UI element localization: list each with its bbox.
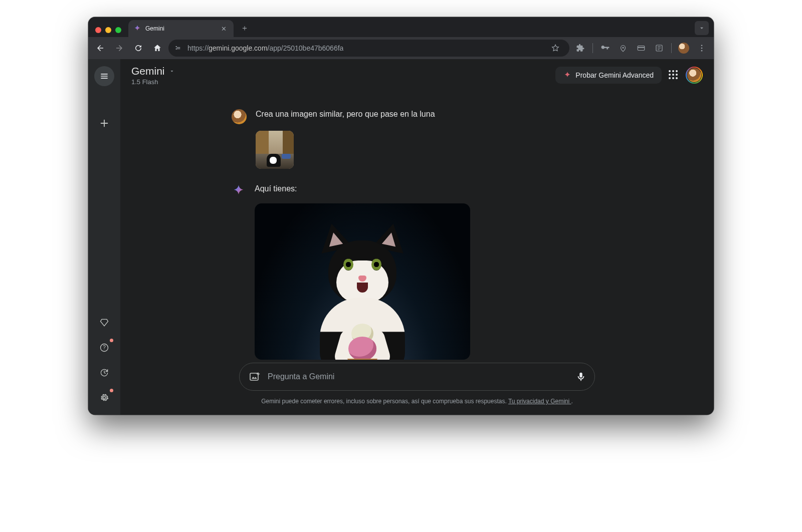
history-icon [99, 368, 109, 378]
chrome-window: Gemini ✕ ＋ https://gemini.google.com/app… [88, 17, 714, 415]
home-icon [153, 44, 162, 53]
payments-button[interactable] [633, 40, 649, 56]
svg-point-0 [623, 47, 624, 49]
apps-grid-icon [669, 70, 679, 80]
bookmark-button[interactable] [547, 40, 563, 56]
avatar-icon [687, 68, 701, 82]
separator [592, 43, 593, 53]
back-button[interactable] [92, 40, 108, 56]
model-version: 1.5 Flash [131, 78, 175, 86]
svg-point-6 [701, 50, 703, 52]
input-area: Gemini puede cometer errores, incluso so… [120, 363, 714, 415]
reload-button[interactable] [130, 40, 146, 56]
user-message: Crea una imagen similar, pero que pase e… [232, 108, 603, 169]
gemini-spark-icon [133, 25, 141, 33]
main-panel: Gemini 1.5 Flash Probar Gemini Advanced [120, 59, 714, 415]
arrow-right-icon [115, 44, 124, 53]
close-tab-button[interactable]: ✕ [219, 23, 229, 35]
minimize-window-button[interactable] [105, 27, 111, 33]
svg-point-5 [701, 48, 703, 49]
location-icon [619, 44, 628, 53]
add-image-icon[interactable] [249, 371, 261, 383]
gear-icon [99, 393, 109, 403]
star-icon [551, 44, 560, 53]
prompt-input[interactable] [268, 372, 568, 381]
model-selector[interactable]: Gemini [131, 65, 175, 77]
privacy-link[interactable]: Tu privacidad y Gemini [508, 398, 571, 405]
tab-title: Gemini [145, 25, 164, 32]
gemini-avatar-icon [232, 184, 246, 198]
google-apps-button[interactable] [669, 70, 679, 80]
location-button[interactable] [615, 40, 631, 56]
url-text: https://gemini.google.com/app/25010be47b… [187, 44, 343, 52]
generated-image[interactable] [255, 203, 470, 360]
svg-rect-1 [638, 46, 645, 51]
separator [671, 43, 672, 53]
svg-text:?: ? [103, 345, 106, 350]
avatar-icon [678, 43, 689, 54]
new-chat-button[interactable] [94, 113, 114, 133]
key-icon [600, 43, 610, 53]
settings-button[interactable] [94, 388, 114, 408]
passwords-button[interactable] [597, 40, 613, 56]
svg-point-9 [103, 397, 106, 399]
try-advanced-button[interactable]: Probar Gemini Advanced [555, 67, 662, 84]
app-header: Gemini 1.5 Flash Probar Gemini Advanced [120, 59, 714, 91]
chevron-down-icon [698, 25, 705, 32]
svg-rect-2 [638, 47, 645, 48]
cta-label: Probar Gemini Advanced [575, 71, 654, 79]
help-button[interactable]: ? [94, 338, 114, 358]
menu-button[interactable] [94, 66, 114, 86]
profile-button[interactable] [676, 40, 692, 56]
user-attached-image[interactable] [256, 131, 294, 169]
activity-button[interactable] [94, 363, 114, 383]
tab-strip: Gemini ✕ ＋ [88, 17, 714, 37]
user-prompt-text: Crea una imagen similar, pero que pase e… [256, 108, 435, 120]
assistant-message: Aquí tienes: [232, 183, 603, 360]
prompt-input-bar [239, 363, 595, 391]
account-button[interactable] [686, 67, 703, 84]
address-bar[interactable]: https://gemini.google.com/app/25010be47b… [168, 40, 569, 57]
chrome-menu-button[interactable] [694, 40, 710, 56]
hamburger-icon [99, 71, 109, 81]
gem-manager-button[interactable] [94, 313, 114, 333]
conversation: Crea una imagen similar, pero que pase e… [120, 91, 714, 363]
browser-toolbar: https://gemini.google.com/app/25010be47b… [88, 37, 714, 59]
puzzle-icon [576, 44, 585, 53]
user-avatar [232, 109, 247, 124]
traffic-lights [95, 27, 121, 33]
help-icon: ? [99, 343, 109, 353]
svg-point-4 [701, 45, 703, 46]
plus-icon [99, 118, 110, 129]
disclaimer-text: Gemini puede cometer errores, incluso so… [261, 398, 508, 405]
forward-button[interactable] [111, 40, 127, 56]
home-button[interactable] [149, 40, 165, 56]
caret-down-icon [169, 68, 175, 74]
assistant-intro-text: Aquí tienes: [255, 183, 470, 194]
reading-list-icon [655, 44, 664, 53]
side-rail: ? [88, 59, 120, 415]
tab-search-button[interactable] [695, 21, 709, 35]
disclaimer: Gemini puede cometer errores, incluso so… [120, 398, 714, 405]
maximize-window-button[interactable] [115, 27, 121, 33]
new-tab-button[interactable]: ＋ [238, 21, 252, 35]
site-settings-icon[interactable] [174, 44, 182, 52]
gemini-app: ? Gemini 1.5 Flash Probar Gemini Advance… [88, 59, 714, 415]
kebab-icon [697, 44, 706, 53]
toolbar-actions [572, 40, 710, 56]
reading-list-button[interactable] [651, 40, 667, 56]
credit-card-icon [637, 44, 646, 53]
spark-icon [563, 71, 571, 79]
app-title: Gemini [131, 65, 165, 77]
close-window-button[interactable] [95, 27, 101, 33]
browser-tab[interactable]: Gemini ✕ [128, 20, 234, 37]
mic-button[interactable] [575, 371, 586, 382]
reload-icon [134, 44, 143, 53]
diamond-icon [99, 318, 109, 328]
extensions-button[interactable] [572, 40, 588, 56]
arrow-left-icon [96, 44, 105, 53]
